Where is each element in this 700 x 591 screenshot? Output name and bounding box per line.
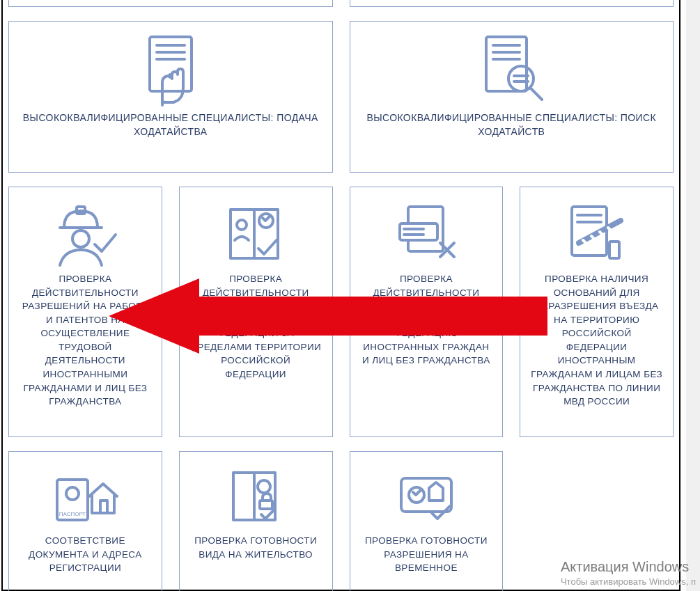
card-check-passport[interactable]: ПРОВЕРКА ДЕЙСТВИТЕЛЬНОСТИ ПАСПОРТОВ ГРАЖ… [179,187,333,437]
svg-point-15 [72,230,89,247]
row-wide: ВЫСОКОКВАЛИФИЦИРОВАННЫЕ СПЕЦИАЛИСТЫ: ПОД… [8,21,674,173]
entry-barrier-icon [562,197,632,272]
card-check-invitation[interactable]: ПРОВЕРКА ДЕЙСТВИТЕЛЬНОСТИ ПРИГЛАШЕНИЙ НА… [350,187,504,437]
passport-check-icon [221,197,290,272]
card-label: ПРОВЕРКА НАЛИЧИЯ ОСНОВАНИЙ ДЛЯ НЕРАЗРЕШЕ… [526,272,667,409]
card-label: ПРОВЕРКА ГОТОВНОСТИ ВИДА НА ЖИТЕЛЬСТВО [185,534,327,561]
content-viewport: ВЫСОКОКВАЛИФИЦИРОВАННЫЕ СПЕЦИАЛИСТЫ: ПОД… [1,0,680,591]
svg-rect-27 [609,242,619,258]
rvp-card-icon [391,462,461,534]
row-narrow: ПРОВЕРКА ДЕЙСТВИТЕЛЬНОСТИ РАЗРЕШЕНИЙ НА … [8,187,674,437]
document-search-icon [476,31,546,111]
card-label: ВЫСОКОКВАЛИФИЦИРОВАННЫЕ СПЕЦИАЛИСТЫ: ПОД… [15,111,327,139]
card-label: ВЫСОКОКВАЛИФИЦИРОВАННЫЕ СПЕЦИАЛИСТЫ: ПОИ… [356,111,668,139]
worker-check-icon [50,197,120,272]
svg-line-10 [530,88,542,100]
invitation-deny-icon [391,197,461,272]
svg-rect-31 [100,501,107,513]
card-label: ПРОВЕРКА ДЕЙСТВИТЕЛЬНОСТИ ПРИГЛАШЕНИЙ НА… [356,272,497,368]
svg-point-29 [66,487,79,500]
truncated-row [8,0,674,7]
passport-house-icon: ПАСПОРТ [50,462,120,534]
document-hand-icon [136,31,205,111]
svg-rect-19 [400,223,437,240]
card-label: ПРОВЕРКА ГОТОВНОСТИ РАЗРЕШЕНИЯ НА ВРЕМЕН… [356,534,497,575]
svg-point-4 [168,73,173,79]
row-cut: ПАСПОРТ СООТВЕТСТВИЕ ДОКУМЕНТА И АДРЕСА … [8,451,674,591]
svg-text:ПАСПОРТ: ПАСПОРТ [59,511,86,517]
residence-permit-icon [221,462,290,534]
card-label: ПРОВЕРКА ДЕЙСТВИТЕЛЬНОСТИ ПАСПОРТОВ ГРАЖ… [185,272,327,381]
card-label: ПРОВЕРКА ДЕЙСТВИТЕЛЬНОСТИ РАЗРЕШЕНИЙ НА … [15,272,156,409]
svg-point-16 [237,220,247,230]
truncated-card[interactable] [8,0,333,7]
card-submit-petition[interactable]: ВЫСОКОКВАЛИФИЦИРОВАННЫЕ СПЕЦИАЛИСТЫ: ПОД… [8,21,333,173]
card-doc-address-match[interactable]: ПАСПОРТ СООТВЕТСТВИЕ ДОКУМЕНТА И АДРЕСА … [8,451,162,591]
vertical-scrollbar[interactable] [686,0,700,591]
card-residence-permit-ready[interactable]: ПРОВЕРКА ГОТОВНОСТИ ВИДА НА ЖИТЕЛЬСТВО [179,451,333,591]
svg-point-32 [258,480,270,493]
service-grid: ВЫСОКОКВАЛИФИЦИРОВАННЫЕ СПЕЦИАЛИСТЫ: ПОД… [3,0,679,591]
card-temp-residence-ready[interactable]: ПРОВЕРКА ГОТОВНОСТИ РАЗРЕШЕНИЯ НА ВРЕМЕН… [350,451,504,591]
card-check-work-permit[interactable]: ПРОВЕРКА ДЕЙСТВИТЕЛЬНОСТИ РАЗРЕШЕНИЙ НА … [8,187,162,437]
card-label: СООТВЕТСТВИЕ ДОКУМЕНТА И АДРЕСА РЕГИСТРА… [15,534,156,575]
card-search-petition[interactable]: ВЫСОКОКВАЛИФИЦИРОВАННЫЕ СПЕЦИАЛИСТЫ: ПОИ… [350,21,674,173]
truncated-card[interactable] [350,0,674,7]
card-check-entry-ban[interactable]: ПРОВЕРКА НАЛИЧИЯ ОСНОВАНИЙ ДЛЯ НЕРАЗРЕШЕ… [520,187,674,437]
